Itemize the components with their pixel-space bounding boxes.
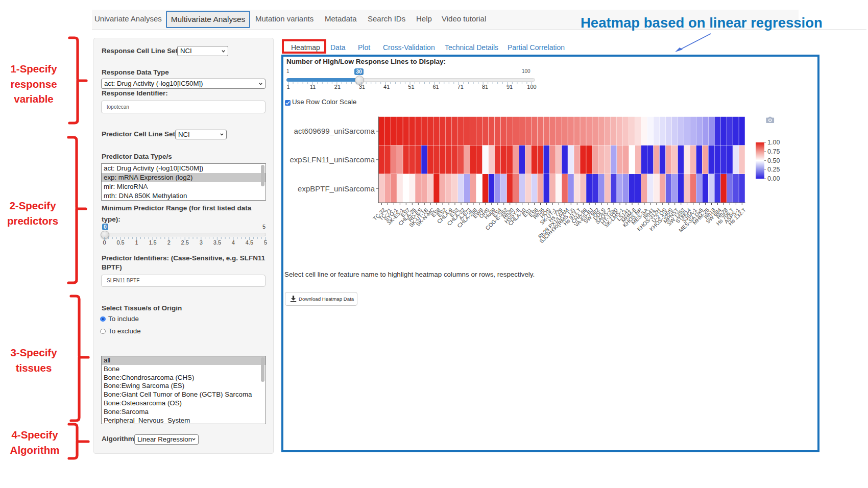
svg-text:0.50: 0.50 <box>767 157 780 164</box>
svg-text:0.25: 0.25 <box>767 166 780 173</box>
svg-text:0.00: 0.00 <box>767 175 780 182</box>
svg-text:0.75: 0.75 <box>767 148 780 155</box>
svg-text:act609699_uniSarcoma: act609699_uniSarcoma <box>294 127 375 135</box>
svg-text:1.00: 1.00 <box>767 139 780 146</box>
svg-text:expBPTF_uniSarcoma: expBPTF_uniSarcoma <box>298 184 375 193</box>
svg-text:expSLFN11_uniSarcoma: expSLFN11_uniSarcoma <box>290 155 375 164</box>
